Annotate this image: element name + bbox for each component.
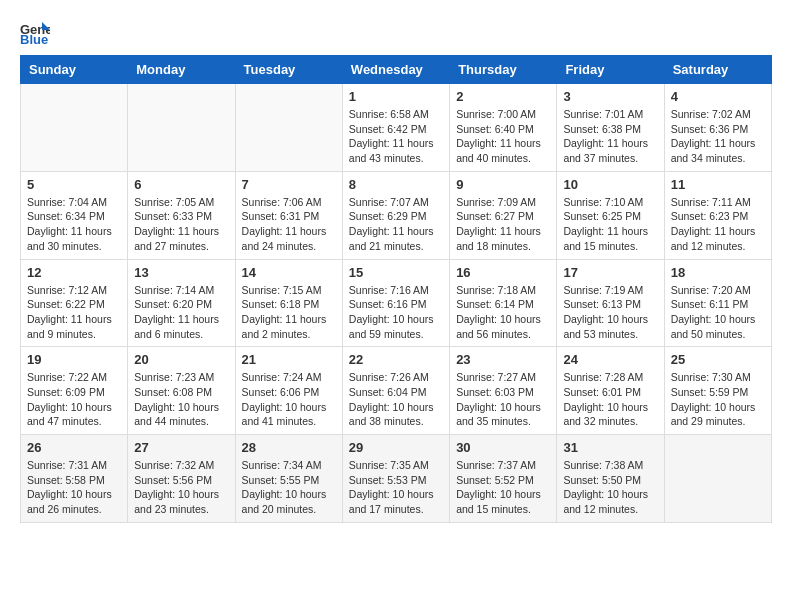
day-number: 24	[563, 352, 657, 367]
calendar-week-row: 1Sunrise: 6:58 AM Sunset: 6:42 PM Daylig…	[21, 84, 772, 172]
calendar-cell: 8Sunrise: 7:07 AM Sunset: 6:29 PM Daylig…	[342, 171, 449, 259]
day-number: 19	[27, 352, 121, 367]
calendar-cell: 2Sunrise: 7:00 AM Sunset: 6:40 PM Daylig…	[450, 84, 557, 172]
calendar-cell: 9Sunrise: 7:09 AM Sunset: 6:27 PM Daylig…	[450, 171, 557, 259]
calendar-cell	[21, 84, 128, 172]
day-info: Sunrise: 7:34 AM Sunset: 5:55 PM Dayligh…	[242, 458, 336, 517]
day-info: Sunrise: 7:07 AM Sunset: 6:29 PM Dayligh…	[349, 195, 443, 254]
day-number: 7	[242, 177, 336, 192]
day-info: Sunrise: 7:38 AM Sunset: 5:50 PM Dayligh…	[563, 458, 657, 517]
calendar-cell: 14Sunrise: 7:15 AM Sunset: 6:18 PM Dayli…	[235, 259, 342, 347]
calendar-week-row: 12Sunrise: 7:12 AM Sunset: 6:22 PM Dayli…	[21, 259, 772, 347]
day-info: Sunrise: 7:01 AM Sunset: 6:38 PM Dayligh…	[563, 107, 657, 166]
calendar-cell: 29Sunrise: 7:35 AM Sunset: 5:53 PM Dayli…	[342, 435, 449, 523]
day-number: 13	[134, 265, 228, 280]
calendar-header-saturday: Saturday	[664, 56, 771, 84]
day-info: Sunrise: 7:35 AM Sunset: 5:53 PM Dayligh…	[349, 458, 443, 517]
day-info: Sunrise: 7:31 AM Sunset: 5:58 PM Dayligh…	[27, 458, 121, 517]
day-info: Sunrise: 7:24 AM Sunset: 6:06 PM Dayligh…	[242, 370, 336, 429]
calendar-cell: 24Sunrise: 7:28 AM Sunset: 6:01 PM Dayli…	[557, 347, 664, 435]
day-info: Sunrise: 7:30 AM Sunset: 5:59 PM Dayligh…	[671, 370, 765, 429]
day-info: Sunrise: 7:19 AM Sunset: 6:13 PM Dayligh…	[563, 283, 657, 342]
calendar-header-thursday: Thursday	[450, 56, 557, 84]
day-info: Sunrise: 7:04 AM Sunset: 6:34 PM Dayligh…	[27, 195, 121, 254]
day-number: 31	[563, 440, 657, 455]
day-number: 30	[456, 440, 550, 455]
calendar-cell: 26Sunrise: 7:31 AM Sunset: 5:58 PM Dayli…	[21, 435, 128, 523]
day-info: Sunrise: 7:16 AM Sunset: 6:16 PM Dayligh…	[349, 283, 443, 342]
day-info: Sunrise: 7:14 AM Sunset: 6:20 PM Dayligh…	[134, 283, 228, 342]
calendar-cell: 16Sunrise: 7:18 AM Sunset: 6:14 PM Dayli…	[450, 259, 557, 347]
logo-icon: General Blue	[20, 20, 50, 45]
day-info: Sunrise: 7:23 AM Sunset: 6:08 PM Dayligh…	[134, 370, 228, 429]
day-number: 8	[349, 177, 443, 192]
calendar-cell: 19Sunrise: 7:22 AM Sunset: 6:09 PM Dayli…	[21, 347, 128, 435]
calendar-cell: 6Sunrise: 7:05 AM Sunset: 6:33 PM Daylig…	[128, 171, 235, 259]
calendar-week-row: 26Sunrise: 7:31 AM Sunset: 5:58 PM Dayli…	[21, 435, 772, 523]
calendar-cell	[235, 84, 342, 172]
calendar-header-wednesday: Wednesday	[342, 56, 449, 84]
day-number: 12	[27, 265, 121, 280]
calendar-cell: 31Sunrise: 7:38 AM Sunset: 5:50 PM Dayli…	[557, 435, 664, 523]
calendar-week-row: 19Sunrise: 7:22 AM Sunset: 6:09 PM Dayli…	[21, 347, 772, 435]
calendar-header-row: SundayMondayTuesdayWednesdayThursdayFrid…	[21, 56, 772, 84]
day-info: Sunrise: 7:02 AM Sunset: 6:36 PM Dayligh…	[671, 107, 765, 166]
day-info: Sunrise: 7:22 AM Sunset: 6:09 PM Dayligh…	[27, 370, 121, 429]
calendar-header-friday: Friday	[557, 56, 664, 84]
day-number: 20	[134, 352, 228, 367]
day-info: Sunrise: 7:00 AM Sunset: 6:40 PM Dayligh…	[456, 107, 550, 166]
calendar-cell: 23Sunrise: 7:27 AM Sunset: 6:03 PM Dayli…	[450, 347, 557, 435]
day-info: Sunrise: 7:15 AM Sunset: 6:18 PM Dayligh…	[242, 283, 336, 342]
day-number: 15	[349, 265, 443, 280]
logo: General Blue	[20, 20, 52, 45]
day-number: 1	[349, 89, 443, 104]
calendar-cell: 12Sunrise: 7:12 AM Sunset: 6:22 PM Dayli…	[21, 259, 128, 347]
day-number: 6	[134, 177, 228, 192]
calendar-cell: 17Sunrise: 7:19 AM Sunset: 6:13 PM Dayli…	[557, 259, 664, 347]
calendar-cell: 28Sunrise: 7:34 AM Sunset: 5:55 PM Dayli…	[235, 435, 342, 523]
calendar-cell: 10Sunrise: 7:10 AM Sunset: 6:25 PM Dayli…	[557, 171, 664, 259]
day-number: 14	[242, 265, 336, 280]
day-number: 18	[671, 265, 765, 280]
calendar-cell: 3Sunrise: 7:01 AM Sunset: 6:38 PM Daylig…	[557, 84, 664, 172]
day-info: Sunrise: 7:12 AM Sunset: 6:22 PM Dayligh…	[27, 283, 121, 342]
day-number: 16	[456, 265, 550, 280]
day-info: Sunrise: 7:37 AM Sunset: 5:52 PM Dayligh…	[456, 458, 550, 517]
day-number: 26	[27, 440, 121, 455]
day-number: 2	[456, 89, 550, 104]
calendar-cell: 27Sunrise: 7:32 AM Sunset: 5:56 PM Dayli…	[128, 435, 235, 523]
calendar-cell	[128, 84, 235, 172]
calendar-cell	[664, 435, 771, 523]
calendar-header-tuesday: Tuesday	[235, 56, 342, 84]
day-info: Sunrise: 7:11 AM Sunset: 6:23 PM Dayligh…	[671, 195, 765, 254]
calendar-table: SundayMondayTuesdayWednesdayThursdayFrid…	[20, 55, 772, 523]
day-info: Sunrise: 7:09 AM Sunset: 6:27 PM Dayligh…	[456, 195, 550, 254]
calendar-header-monday: Monday	[128, 56, 235, 84]
day-number: 27	[134, 440, 228, 455]
day-info: Sunrise: 7:10 AM Sunset: 6:25 PM Dayligh…	[563, 195, 657, 254]
calendar-header-sunday: Sunday	[21, 56, 128, 84]
calendar-cell: 21Sunrise: 7:24 AM Sunset: 6:06 PM Dayli…	[235, 347, 342, 435]
day-number: 10	[563, 177, 657, 192]
calendar-cell: 11Sunrise: 7:11 AM Sunset: 6:23 PM Dayli…	[664, 171, 771, 259]
day-number: 29	[349, 440, 443, 455]
svg-text:Blue: Blue	[20, 32, 48, 45]
day-info: Sunrise: 7:05 AM Sunset: 6:33 PM Dayligh…	[134, 195, 228, 254]
calendar-cell: 18Sunrise: 7:20 AM Sunset: 6:11 PM Dayli…	[664, 259, 771, 347]
day-number: 4	[671, 89, 765, 104]
calendar-week-row: 5Sunrise: 7:04 AM Sunset: 6:34 PM Daylig…	[21, 171, 772, 259]
calendar-cell: 30Sunrise: 7:37 AM Sunset: 5:52 PM Dayli…	[450, 435, 557, 523]
calendar-cell: 1Sunrise: 6:58 AM Sunset: 6:42 PM Daylig…	[342, 84, 449, 172]
day-number: 5	[27, 177, 121, 192]
day-number: 28	[242, 440, 336, 455]
day-info: Sunrise: 7:32 AM Sunset: 5:56 PM Dayligh…	[134, 458, 228, 517]
day-number: 9	[456, 177, 550, 192]
calendar-cell: 7Sunrise: 7:06 AM Sunset: 6:31 PM Daylig…	[235, 171, 342, 259]
calendar-cell: 15Sunrise: 7:16 AM Sunset: 6:16 PM Dayli…	[342, 259, 449, 347]
day-info: Sunrise: 6:58 AM Sunset: 6:42 PM Dayligh…	[349, 107, 443, 166]
day-number: 11	[671, 177, 765, 192]
day-info: Sunrise: 7:27 AM Sunset: 6:03 PM Dayligh…	[456, 370, 550, 429]
day-number: 25	[671, 352, 765, 367]
calendar-cell: 25Sunrise: 7:30 AM Sunset: 5:59 PM Dayli…	[664, 347, 771, 435]
day-info: Sunrise: 7:26 AM Sunset: 6:04 PM Dayligh…	[349, 370, 443, 429]
